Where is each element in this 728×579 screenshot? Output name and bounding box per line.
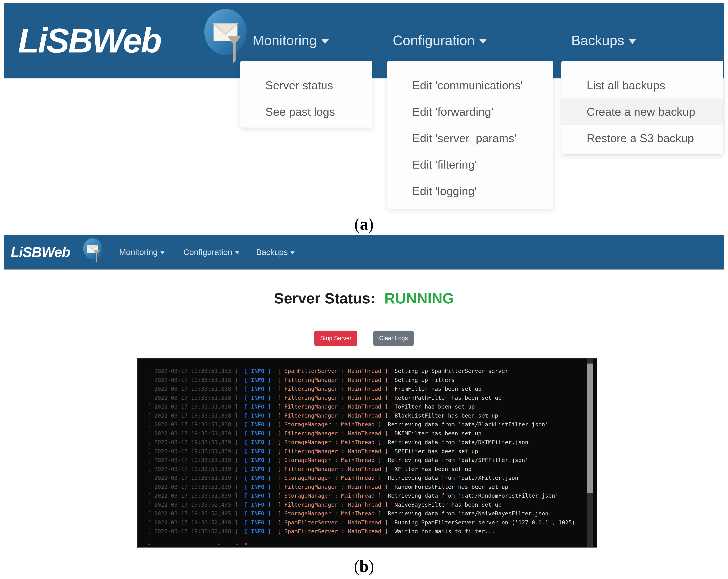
caption-paren: ) (369, 557, 374, 575)
brand-logo[interactable]: LiSBWeb (18, 21, 161, 60)
log-module: [ FilteringManager : MainThread ] (278, 403, 388, 410)
stop-server-button[interactable]: Stop Server (314, 331, 357, 346)
chevron-down-icon (321, 39, 329, 44)
log-line: [ 2022-03-17 19:33:51,839 ][ INFO ][ Sto… (148, 473, 575, 482)
log-level-badge: [ INFO ] (244, 457, 271, 463)
log-timestamp: [ 2022-03-17 19:33:52,498 ] (148, 519, 238, 526)
nav-item-monitoring[interactable]: Monitoring (119, 247, 164, 257)
log-message: Running SpamFilterServer server on ('127… (394, 519, 575, 526)
log-message: Retrieving data from 'data/NaiveBayesFil… (388, 510, 552, 517)
clipped-log-fragment (218, 544, 220, 545)
menu-item-edit-logging[interactable]: Edit 'logging' (387, 178, 553, 204)
mail-filter-logo-icon (82, 238, 103, 264)
nav-item-configuration[interactable]: Configuration (393, 32, 487, 48)
menu-item-edit-server-params[interactable]: Edit 'server_params' (387, 125, 553, 151)
server-status-heading: Server Status: RUNNING (0, 290, 728, 307)
log-line: [ 2022-03-17 19:33:51,839 ][ INFO ][ Fil… (148, 429, 575, 438)
log-message: Retrieving data from 'data/DKIMFilter.js… (388, 439, 531, 446)
log-module: [ StorageManager : MainThread ] (278, 493, 381, 499)
log-module: [ FilteringManager : MainThread ] (278, 448, 388, 454)
log-timestamp: [ 2022-03-17 19:33:51,839 ] (148, 466, 238, 472)
log-level-badge: [ INFO ] (244, 510, 271, 517)
brand-text: LiSBWeb (11, 244, 70, 260)
nav-item-backups[interactable]: Backups (256, 247, 295, 257)
log-line: [ 2022-03-17 19:33:51,839 ][ INFO ][ Sto… (148, 456, 575, 465)
log-module: [ FilteringManager : MainThread ] (278, 430, 388, 437)
menu-item-list-all-backups[interactable]: List all backups (561, 72, 723, 99)
clipped-log-fragment (236, 544, 238, 545)
log-level-badge: [ INFO ] (244, 501, 271, 508)
figure-root: LiSBWeb Monitoring Configuration Backup (0, 0, 728, 579)
log-message: DKIMFilter has been set up (394, 430, 482, 437)
log-module: [ FilteringManager : MainThread ] (278, 501, 388, 508)
caption-paren: ) (368, 215, 374, 233)
log-level-badge: [ INFO ] (244, 528, 271, 534)
log-module: [ SpamFilterServer : MainThread ] (278, 528, 388, 534)
caption-paren: ( (355, 215, 360, 233)
menu-item-create-new-backup[interactable]: Create a new backup (561, 99, 723, 125)
log-line: [ 2022-03-17 19:33:51,833 ][ INFO ][ Spa… (148, 367, 575, 376)
log-timestamp: [ 2022-03-17 19:33:51,839 ] (148, 457, 238, 463)
log-module: [ FilteringManager : MainThread ] (278, 386, 388, 392)
log-message: SPFFilter has been set up (394, 448, 478, 454)
mail-filter-logo-icon (203, 8, 249, 65)
log-message: BlackListFilter has been set up (394, 412, 498, 419)
brand-logo[interactable]: LiSBWeb (11, 244, 70, 260)
log-lines: [ 2022-03-17 19:33:51,833 ][ INFO ][ Spa… (148, 367, 575, 536)
chevron-down-icon (479, 39, 487, 44)
clear-logs-button[interactable]: Clear Logs (373, 331, 414, 346)
nav-item-monitoring[interactable]: Monitoring (253, 32, 329, 48)
log-line: [ 2022-03-17 19:33:51,839 ][ INFO ][ Fil… (148, 482, 575, 492)
log-timestamp: [ 2022-03-17 19:33:51,833 ] (148, 368, 238, 374)
log-line: [ 2022-03-17 19:33:51,838 ][ INFO ][ Fil… (148, 402, 575, 411)
scrollbar-thumb[interactable] (587, 364, 593, 493)
log-line: [ 2022-03-17 19:33:52,498 ][ INFO ][ Spa… (148, 527, 575, 536)
log-level-badge: [ INFO ] (244, 475, 271, 481)
log-line: [ 2022-03-17 19:33:51,838 ][ INFO ][ Sto… (148, 420, 575, 429)
caption-paren: ( (354, 557, 359, 575)
log-timestamp: [ 2022-03-17 19:33:51,839 ] (148, 483, 238, 490)
log-message: Retrieving data from 'data/BlackListFilt… (388, 421, 548, 428)
chevron-down-icon (235, 251, 239, 254)
log-message: Waiting for mails to filter... (394, 528, 495, 534)
log-level-badge: [ INFO ] (244, 377, 271, 383)
nav-item-label: Backups (256, 247, 288, 257)
log-module: [ FilteringManager : MainThread ] (278, 412, 388, 419)
log-line: [ 2022-03-17 19:33:52,495 ][ INFO ][ Sto… (148, 509, 575, 518)
log-module: [ FilteringManager : MainThread ] (278, 483, 388, 490)
nav-item-label: Backups (571, 33, 624, 48)
menu-item-see-past-logs[interactable]: See past logs (240, 99, 372, 125)
log-message: Retrieving data from 'data/SPFFilter.jso… (388, 457, 528, 463)
log-module: [ StorageManager : MainThread ] (278, 510, 381, 517)
log-timestamp: [ 2022-03-17 19:33:51,838 ] (148, 377, 238, 383)
server-status-value: RUNNING (384, 290, 454, 307)
log-level-badge: [ INFO ] (244, 448, 271, 454)
clipped-log-fragment (148, 544, 150, 545)
log-timestamp: [ 2022-03-17 19:33:51,839 ] (148, 475, 238, 481)
clipped-log-fragment-red (245, 543, 247, 545)
log-message: NaiveBayesFilter has been set up (394, 501, 501, 508)
log-module: [ StorageManager : MainThread ] (278, 439, 381, 446)
nav-item-backups[interactable]: Backups (571, 32, 636, 48)
menu-item-restore-s3-backup[interactable]: Restore a S3 backup (561, 125, 723, 151)
caption-b: (b) (0, 557, 728, 576)
caption-a: (a) (0, 214, 728, 234)
log-level-badge: [ INFO ] (244, 421, 271, 428)
caption-letter: b (359, 557, 369, 575)
log-level-badge: [ INFO ] (244, 483, 271, 490)
log-timestamp: [ 2022-03-17 19:33:51,838 ] (148, 403, 238, 410)
log-line: [ 2022-03-17 19:33:51,838 ][ INFO ][ Fil… (148, 385, 575, 393)
log-timestamp: [ 2022-03-17 19:33:52,495 ] (148, 501, 238, 508)
log-timestamp: [ 2022-03-17 19:33:51,839 ] (148, 439, 238, 446)
nav-item-configuration[interactable]: Configuration (183, 247, 239, 257)
nav-item-label: Monitoring (253, 33, 317, 48)
menu-item-server-status[interactable]: Server status (240, 72, 372, 99)
menu-item-edit-forwarding[interactable]: Edit 'forwarding' (387, 99, 553, 125)
log-timestamp: [ 2022-03-17 19:33:51,838 ] (148, 395, 238, 401)
log-line: [ 2022-03-17 19:33:51,838 ][ INFO ][ Fil… (148, 393, 575, 402)
log-module: [ FilteringManager : MainThread ] (278, 377, 388, 383)
chevron-down-icon (629, 39, 636, 44)
menu-item-edit-filtering[interactable]: Edit 'filtering' (387, 151, 553, 178)
menu-item-edit-communications[interactable]: Edit 'communications' (387, 72, 553, 99)
log-module: [ FilteringManager : MainThread ] (278, 466, 388, 472)
